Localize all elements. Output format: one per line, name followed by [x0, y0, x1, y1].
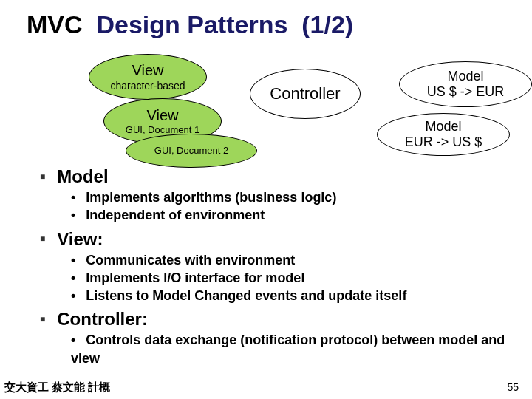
- view-oval-1: View character-based: [89, 54, 207, 100]
- model-item: Independent of environment: [71, 206, 532, 224]
- controller-heading: Controller:: [40, 309, 532, 330]
- view2-label: View: [147, 107, 179, 124]
- mvc-diagram: View character-based View GUI, Document …: [66, 54, 532, 172]
- model2-l1: Model: [425, 119, 461, 134]
- view-item: Listens to Model Changed events and upda…: [71, 287, 532, 304]
- view-heading: View:: [40, 229, 532, 250]
- model-list: Implements algorithms (business logic) I…: [71, 188, 532, 225]
- view-item: Communicates with environment: [71, 251, 532, 269]
- view-oval-3: GUI, Document 2: [126, 134, 257, 168]
- model1-l2: US $ -> EUR: [427, 84, 505, 100]
- controller-list: Controls data exchange (notification pro…: [71, 331, 532, 367]
- view-list: Communicates with environment Implements…: [71, 251, 532, 305]
- slide-title: MVC Design Patterns (1/2): [0, 0, 532, 54]
- model2-l2: EUR -> US $: [405, 134, 482, 150]
- title-dp: Design Patterns: [96, 10, 287, 38]
- controller-label: Controller: [270, 84, 340, 103]
- controller-item: Controls data exchange (notification pro…: [71, 331, 532, 367]
- model-item: Implements algorithms (business logic): [71, 188, 532, 206]
- model-oval-2: Model EUR -> US $: [377, 113, 510, 156]
- title-mvc: MVC: [27, 10, 83, 38]
- view3-sub: GUI, Document 2: [154, 146, 228, 156]
- view1-sub: character-based: [110, 80, 185, 92]
- title-page: (1/2): [301, 10, 353, 38]
- footer-author: 交大資工 蔡文能 計概: [4, 381, 110, 395]
- view-item: Implements I/O interface for model: [71, 269, 532, 287]
- page-number: 55: [507, 381, 519, 393]
- model1-l1: Model: [447, 69, 483, 84]
- view1-label: View: [132, 62, 164, 79]
- controller-oval: Controller: [250, 69, 361, 119]
- content-area: Model Implements algorithms (business lo…: [0, 166, 532, 367]
- model-heading: Model: [40, 166, 532, 187]
- model-oval-1: Model US $ -> EUR: [399, 61, 532, 107]
